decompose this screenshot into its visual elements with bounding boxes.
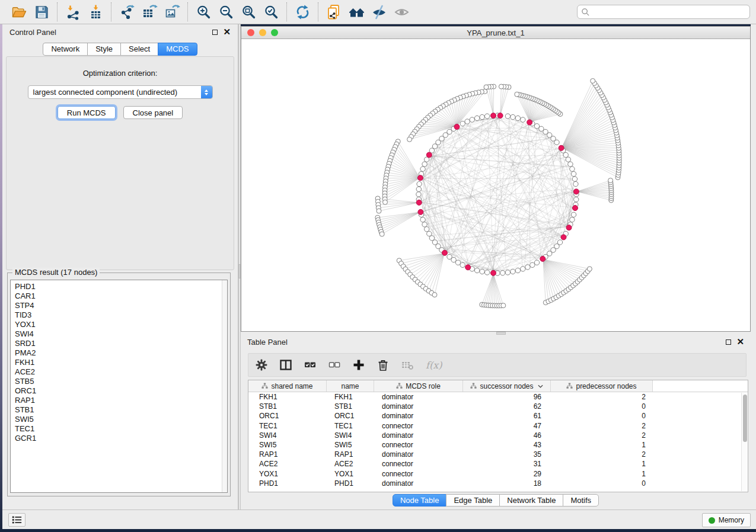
float-panel-icon[interactable] [212,30,218,35]
deselect-all-icon[interactable] [327,358,342,372]
result-node[interactable]: SRD1 [15,339,222,348]
result-node[interactable]: STP4 [15,301,222,310]
result-node[interactable]: FKH1 [15,358,222,367]
select-all-icon[interactable] [303,358,317,372]
table-cell: FKH1 [248,393,327,401]
result-node[interactable]: CAR1 [15,291,222,301]
tab-edge-table[interactable]: Edge Table [446,494,500,507]
table-row[interactable]: RAP1RAP1dominator352 [248,450,748,459]
tab-network-table[interactable]: Network Table [499,494,563,507]
tab-motifs[interactable]: Motifs [563,494,599,507]
result-node[interactable]: GCR1 [15,434,222,443]
result-node[interactable]: ORC1 [15,386,222,396]
criterion-dropdown[interactable]: largest connected component (undirected) [28,85,213,99]
table-row[interactable]: SWI5SWI5connector431 [248,440,748,450]
result-node[interactable]: SWI4 [15,329,222,339]
zoom-fit-icon[interactable] [239,3,258,21]
columns-icon[interactable] [279,358,293,372]
window-minimize-button[interactable] [259,29,266,36]
column-type-icon [261,383,268,389]
share-document-icon[interactable] [324,3,343,21]
table-row[interactable]: YOX1YOX1connector291 [248,469,748,479]
result-node[interactable]: YOX1 [15,320,222,329]
close-panel-button[interactable]: Close panel [123,106,183,119]
network-canvas[interactable] [241,39,750,331]
network-analyzer-icon[interactable] [347,3,366,21]
column-header-shared-name[interactable]: shared name [248,380,327,392]
node-table[interactable]: shared namenameMCDS rolesuccessor nodesp… [248,380,748,492]
save-session-icon[interactable] [32,3,51,21]
zoom-out-icon[interactable] [216,3,235,21]
table-row[interactable]: PHD1PHD1dominator180 [248,479,748,488]
import-network-icon[interactable] [63,3,82,21]
search-input[interactable] [592,8,746,16]
table-cell: 1 [551,470,653,478]
run-mcds-button[interactable]: Run MCDS [58,106,116,119]
memory-label: Memory [719,516,744,524]
table-cell: 62 [463,402,551,411]
scrollbar-thumb[interactable] [743,395,747,442]
add-row-icon[interactable] [352,358,366,372]
table-cell: 46 [463,431,551,440]
hide-selected-icon[interactable] [369,3,388,21]
export-image-icon[interactable] [162,3,181,21]
column-label: MCDS role [406,382,441,390]
export-network-icon[interactable] [117,3,136,21]
table-cell: 0 [551,402,653,411]
mcds-result-group: MCDS result (17 nodes) PHD1CAR1STP4TID3Y… [7,273,231,496]
table-cell: RAP1 [327,450,374,459]
table-cell: dominator [374,412,463,420]
table-scrollbar[interactable] [741,393,747,491]
memory-button[interactable]: Memory [702,513,751,527]
network-window-titlebar[interactable]: YPA_prune.txt_1 [241,27,750,39]
table-row[interactable]: ORC1ORC1dominator610 [248,411,748,421]
result-node[interactable]: ACE2 [15,367,222,377]
open-file-icon[interactable] [9,3,28,21]
zoom-selected-icon[interactable] [261,3,280,21]
result-node[interactable]: TID3 [15,310,222,320]
tab-network[interactable]: Network [43,43,88,56]
table-row[interactable]: SWI4SWI4dominator462 [248,431,748,440]
show-panels-button[interactable] [8,513,25,527]
table-row[interactable]: ACE2ACE2connector311 [248,459,748,469]
refresh-icon[interactable] [293,3,312,21]
delete-row-icon[interactable] [376,358,390,372]
table-cell: 18 [463,479,551,488]
show-eye-icon[interactable] [392,3,411,21]
close-panel-icon[interactable]: ✕ [223,29,231,35]
export-table-icon[interactable] [140,3,159,21]
result-node[interactable]: PHD1 [15,282,222,291]
network-window: YPA_prune.txt_1 [241,26,751,332]
tab-mcds[interactable]: MCDS [158,43,197,56]
table-row[interactable]: TEC1TEC1connector472 [248,421,748,431]
zoom-in-icon[interactable] [194,3,213,21]
tab-select[interactable]: Select [120,43,158,56]
result-node[interactable]: STB5 [15,377,222,386]
import-table-icon[interactable] [86,3,105,21]
result-node[interactable]: STB1 [15,405,222,415]
column-header-predecessor-nodes[interactable]: predecessor nodes [551,380,653,392]
result-node[interactable]: PMA2 [15,348,222,358]
table-row[interactable]: FKH1FKH1dominator962 [248,392,748,402]
search-box[interactable] [577,5,750,19]
tab-node-table[interactable]: Node Table [393,494,447,507]
float-panel-icon[interactable] [726,339,731,345]
settings-gear-icon[interactable] [254,358,269,372]
result-node[interactable]: RAP1 [15,396,222,405]
window-zoom-button[interactable] [271,29,278,36]
mcds-result-list[interactable]: PHD1CAR1STP4TID3YOX1SWI4SRD1PMA2FKH1ACE2… [10,280,228,493]
column-header-name[interactable]: name [327,380,374,392]
window-close-button[interactable] [247,29,254,36]
optimization-criterion-label: Optimization criterion: [7,69,234,78]
table-cell: connector [374,441,463,449]
tab-style[interactable]: Style [87,43,121,56]
table-row[interactable]: STB1STB1dominator620 [248,402,748,411]
result-node[interactable]: TEC1 [15,424,222,434]
column-header-mcds-role[interactable]: MCDS role [374,380,463,392]
table-cell: 2 [551,450,653,459]
control-panel-title: Control Panel [9,28,56,37]
result-node[interactable]: SWI5 [15,415,222,424]
close-panel-icon[interactable]: ✕ [736,339,744,345]
column-header-successor-nodes[interactable]: successor nodes [463,380,551,392]
result-scrollbar[interactable] [222,280,227,492]
